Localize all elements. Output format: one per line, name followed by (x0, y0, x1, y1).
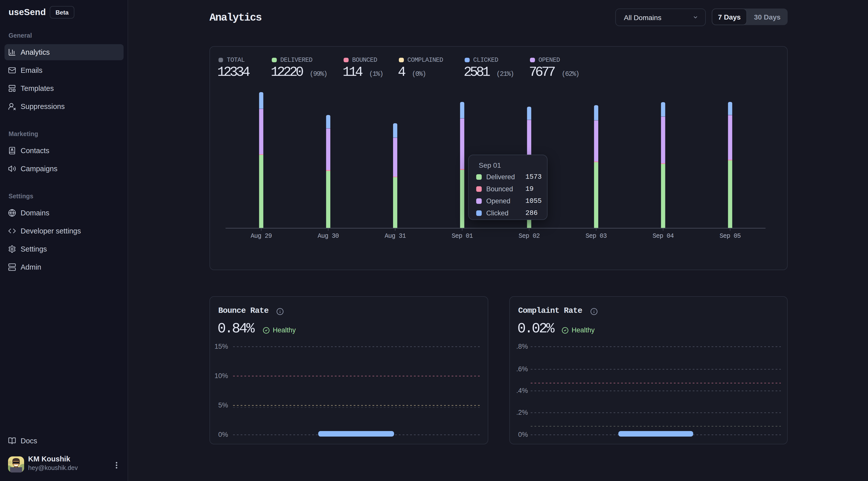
svg-text:Sep 05: Sep 05 (719, 232, 741, 240)
svg-text:.8%: .8% (516, 343, 528, 350)
svg-text:5%: 5% (218, 402, 228, 409)
svg-text:Aug 30: Aug 30 (318, 232, 339, 240)
svg-text:Sep 03: Sep 03 (586, 232, 607, 240)
svg-text:.2%: .2% (516, 409, 528, 416)
svg-text:Sep 01: Sep 01 (452, 232, 473, 240)
svg-text:Sep 04: Sep 04 (652, 232, 674, 240)
svg-text:Aug 29: Aug 29 (251, 232, 272, 240)
svg-text:.4%: .4% (516, 387, 528, 394)
svg-text:0%: 0% (218, 431, 228, 438)
svg-text:10%: 10% (215, 372, 228, 380)
svg-text:15%: 15% (215, 343, 228, 350)
svg-text:.6%: .6% (516, 365, 528, 373)
svg-text:Aug 31: Aug 31 (384, 232, 406, 240)
svg-text:Sep 02: Sep 02 (519, 232, 540, 240)
svg-text:0%: 0% (518, 431, 528, 438)
